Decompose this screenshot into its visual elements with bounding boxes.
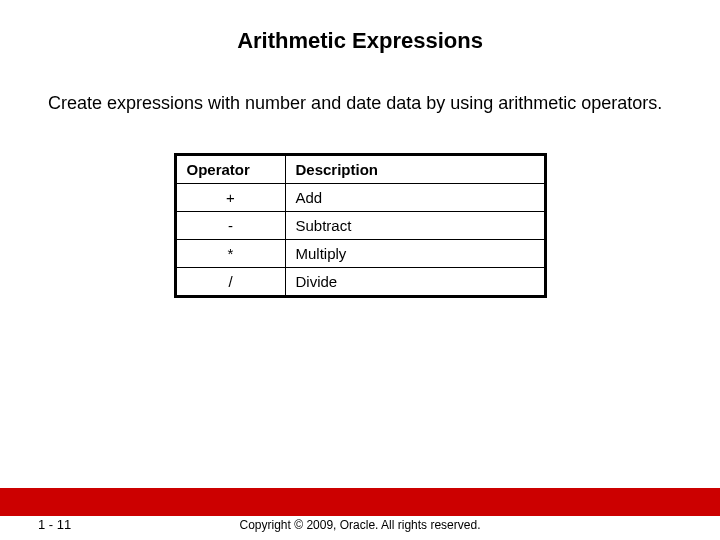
- copyright-text: Copyright © 2009, Oracle. All rights res…: [0, 518, 720, 532]
- cell-description: Subtract: [285, 212, 545, 240]
- slide-title: Arithmetic Expressions: [0, 0, 720, 54]
- oracle-logo: ORACLE: [613, 464, 692, 492]
- cell-description: Divide: [285, 268, 545, 297]
- header-operator: Operator: [175, 155, 285, 184]
- table-header-row: Operator Description: [175, 155, 545, 184]
- cell-operator: -: [175, 212, 285, 240]
- table-row: - Subtract: [175, 212, 545, 240]
- table-row: / Divide: [175, 268, 545, 297]
- cell-operator: *: [175, 240, 285, 268]
- oracle-logo-text: ORACLE: [615, 469, 690, 486]
- footer-bar: ORACLE: [0, 488, 720, 516]
- slide: Arithmetic Expressions Create expression…: [0, 0, 720, 540]
- cell-description: Add: [285, 184, 545, 212]
- cell-description: Multiply: [285, 240, 545, 268]
- cell-operator: /: [175, 268, 285, 297]
- header-description: Description: [285, 155, 545, 184]
- operator-table-wrap: Operator Description + Add - Subtract * …: [0, 153, 720, 298]
- logo-underline: [613, 482, 694, 483]
- table-row: + Add: [175, 184, 545, 212]
- body-text: Create expressions with number and date …: [0, 54, 720, 115]
- operator-table: Operator Description + Add - Subtract * …: [174, 153, 547, 298]
- cell-operator: +: [175, 184, 285, 212]
- table-row: * Multiply: [175, 240, 545, 268]
